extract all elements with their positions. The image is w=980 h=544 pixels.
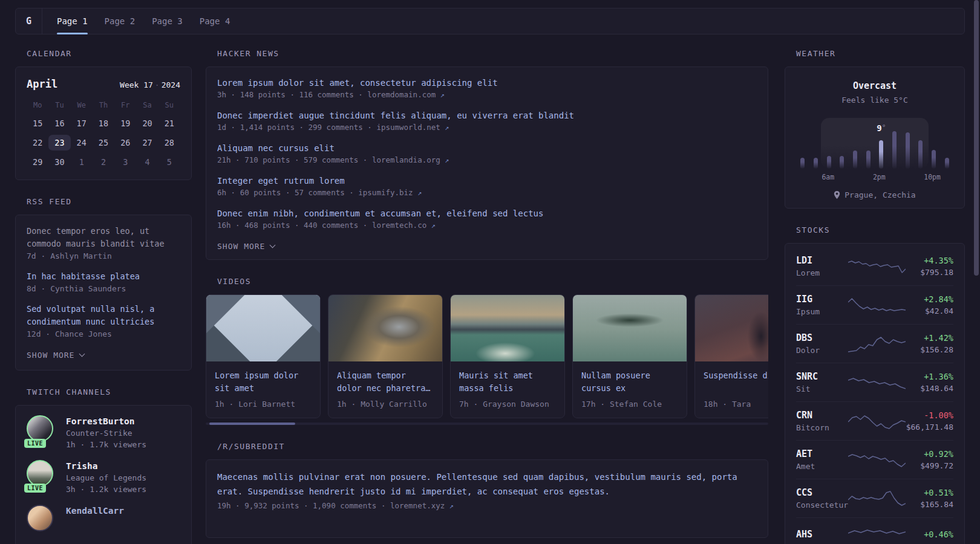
stock-change: +0.46% xyxy=(906,529,953,539)
calendar-date: 1 xyxy=(71,154,93,170)
video-card[interactable]: Mauris sit amet massa felis7h · Grayson … xyxy=(450,294,565,418)
stock-row: CCSConsectetur+0.51%$165.84 xyxy=(796,479,953,517)
stock-sparkline xyxy=(848,297,906,314)
calendar-day-header: Sa xyxy=(136,99,158,112)
video-card[interactable]: Suspendisse diam18h · Tara xyxy=(694,294,768,418)
video-thumbnail-hands-holding-camera[interactable] xyxy=(328,295,442,361)
calendar-date: 24 xyxy=(71,135,93,151)
weather-bar xyxy=(853,151,857,169)
twitch-channel-name[interactable]: ForrestBurton xyxy=(66,416,146,426)
video-thumbnail-two-people-canoe-mist[interactable] xyxy=(573,295,687,361)
subreddit-section-title: /R/SUBREDDIT xyxy=(217,442,768,451)
weather-hour-label xyxy=(911,173,924,181)
hn-item: Aliquam nec cursus elit21h · 710 points … xyxy=(217,141,757,164)
location-pin-icon xyxy=(834,191,840,199)
hn-item-domain-link[interactable]: ipsumworld.net xyxy=(376,123,445,132)
stock-change: +1.42% xyxy=(906,333,953,343)
stock-values: +0.92%$499.72 xyxy=(906,449,953,470)
stock-values: -1.00%$66,171.48 xyxy=(906,410,953,432)
video-card-body: Lorem ipsum dolor sit amet consectetu…1h… xyxy=(206,361,320,418)
hn-item-domain-link[interactable]: loremdomain.com xyxy=(367,90,440,99)
hn-item-meta: 1d · 1,414 points · 299 comments · ipsum… xyxy=(217,123,757,132)
tab-page-4[interactable]: Page 4 xyxy=(200,8,230,34)
video-thumbnail-concrete-towers-sky-cross[interactable] xyxy=(206,295,320,361)
calendar-date: 2 xyxy=(93,154,114,170)
tab-page-2[interactable]: Page 2 xyxy=(105,8,136,34)
calendar-month: April xyxy=(27,78,57,90)
hacker-news-section: HACKER NEWS Lorem ipsum dolor sit amet, … xyxy=(206,49,768,260)
weather-hour-label: 2pm xyxy=(873,173,886,181)
rss-item-title[interactable]: In hac habitasse platea xyxy=(27,270,180,283)
videos-scrollbar-track[interactable] xyxy=(206,423,768,425)
weather-bar xyxy=(814,158,818,169)
calendar-date: 17 xyxy=(71,115,93,131)
video-card[interactable]: Lorem ipsum dolor sit amet consectetu…1h… xyxy=(206,294,321,418)
app-logo[interactable]: G xyxy=(16,8,42,34)
hn-item-title[interactable]: Lorem ipsum dolor sit amet, consectetur … xyxy=(217,76,757,89)
video-title[interactable]: Lorem ipsum dolor sit amet consectetu… xyxy=(215,369,312,395)
stock-row: SNRCSit+1.36%$148.64 xyxy=(796,363,953,401)
video-card[interactable]: Nullam posuere cursus ex17h · Stefan Col… xyxy=(572,294,687,418)
weather-bar-slot xyxy=(835,156,849,169)
calendar-day-header: Mo xyxy=(27,99,48,112)
twitch-channel-name[interactable]: Trisha xyxy=(66,461,146,471)
video-meta: 7h · Grayson Dawson xyxy=(459,400,556,409)
video-title[interactable]: Suspendisse diam xyxy=(704,369,768,395)
twitch-section: TWITCH CHANNELS LIVEForrestBurtonCounter… xyxy=(15,387,192,544)
weather-current-temp: 9° xyxy=(875,123,888,133)
weather-bar xyxy=(840,156,844,169)
tab-page-3[interactable]: Page 3 xyxy=(152,8,183,34)
post-domain-link[interactable]: loremnet.xyz xyxy=(390,501,445,510)
hn-item-title[interactable]: Donec enim nibh, condimentum et accumsan… xyxy=(217,207,757,220)
weather-hour-label xyxy=(898,173,911,181)
hn-item-title[interactable]: Donec imperdiet augue tincidunt felis al… xyxy=(217,109,757,122)
stock-values: +1.36%$148.64 xyxy=(906,372,953,393)
twitch-channel-row[interactable]: KendallCarr xyxy=(27,505,180,534)
hn-item-title[interactable]: Aliquam nec cursus elit xyxy=(217,141,757,155)
hn-item-domain-link[interactable]: ipsumify.biz xyxy=(358,188,417,197)
page-tabs: Page 1 Page 2 Page 3 Page 4 xyxy=(42,8,230,34)
weather-bar xyxy=(892,131,897,169)
page-scrollbar-thumb[interactable] xyxy=(974,0,979,276)
hn-item-domain-link[interactable]: loremlandia.org xyxy=(372,155,445,164)
stock-change: +2.84% xyxy=(906,294,953,304)
weather-bar xyxy=(906,132,910,169)
rss-item-title[interactable]: Donec tempor eros leo, ut commodo mauris… xyxy=(27,225,180,250)
rss-show-more-button[interactable]: SHOW MORE xyxy=(27,351,84,360)
video-thumbnail-figure-in-dark-field[interactable] xyxy=(695,295,768,361)
weather-bar xyxy=(827,156,831,169)
weather-hour-label xyxy=(886,173,898,181)
rss-item-title[interactable]: Sed volutpat nulla nisl, a condimentum n… xyxy=(27,303,180,328)
calendar-date: 28 xyxy=(158,135,180,151)
twitch-channel-row[interactable]: LIVETrishaLeague of Legends3h · 1.2k vie… xyxy=(27,460,180,494)
video-card[interactable]: Aliquam tempor dolor nec pharetra…1h · M… xyxy=(328,294,443,418)
video-title[interactable]: Nullam posuere cursus ex xyxy=(581,369,678,395)
rss-item: Sed volutpat nulla nisl, a condimentum n… xyxy=(27,303,180,338)
video-thumbnail-sea-boat-wake-city[interactable] xyxy=(451,295,564,361)
middle-column: HACKER NEWS Lorem ipsum dolor sit amet, … xyxy=(206,45,768,538)
weather-bar xyxy=(932,150,936,169)
subreddit-card: Maecenas mollis pulvinar erat non posuer… xyxy=(206,459,768,538)
hn-item-domain-link[interactable]: loremtech.co xyxy=(372,221,431,230)
videos-scrollbar-thumb[interactable] xyxy=(209,423,295,425)
stock-row: DBSDolor+1.42%$156.28 xyxy=(796,324,953,363)
hn-show-more-button[interactable]: SHOW MORE xyxy=(217,242,275,251)
stock-row: CRNBitcorn-1.00%$66,171.48 xyxy=(796,401,953,440)
calendar-day-header: Fr xyxy=(114,99,136,112)
video-title[interactable]: Aliquam tempor dolor nec pharetra… xyxy=(337,369,434,395)
calendar-day-header: Th xyxy=(93,99,114,112)
twitch-channel-name[interactable]: KendallCarr xyxy=(66,506,124,516)
video-title[interactable]: Mauris sit amet massa felis xyxy=(459,369,556,395)
twitch-card: LIVEForrestBurtonCounter-Strike1h · 1.7k… xyxy=(15,405,192,544)
twitch-channel-info: TrishaLeague of Legends3h · 1.2k viewers xyxy=(66,460,146,494)
stock-symbol: DBS xyxy=(796,332,848,343)
stock-row: IIGIpsum+2.84%$42.04 xyxy=(796,285,953,324)
calendar-date: 26 xyxy=(114,135,136,151)
tab-page-1[interactable]: Page 1 xyxy=(57,8,88,34)
calendar-date: 25 xyxy=(93,135,114,151)
twitch-channel-row[interactable]: LIVEForrestBurtonCounter-Strike1h · 1.7k… xyxy=(27,415,180,449)
subreddit-post-meta: 19h · 9,932 points · 1,090 comments · lo… xyxy=(217,501,757,510)
subreddit-post-title[interactable]: Maecenas mollis pulvinar erat non posuer… xyxy=(217,470,757,499)
weather-location: Prague, Czechia xyxy=(796,190,953,199)
hn-item-title[interactable]: Integer eget rutrum lorem xyxy=(217,174,757,187)
